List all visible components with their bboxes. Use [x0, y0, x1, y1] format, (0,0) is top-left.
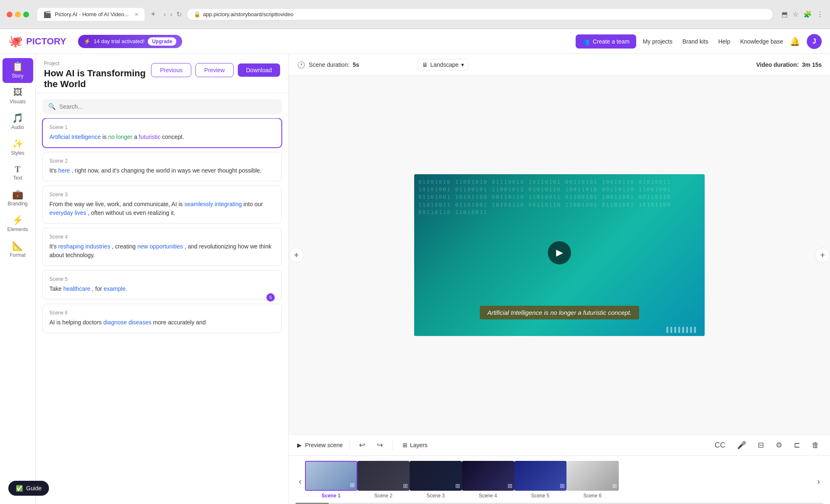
scene-1-text: Artificial Intelligence is no longer a f… [49, 133, 275, 141]
delete-button[interactable]: 🗑 [809, 439, 822, 451]
timeline-scene-5[interactable]: ⊞ Scene 5 [514, 461, 566, 502]
share-button[interactable]: ⊏ [791, 439, 803, 451]
mic-button[interactable]: 🎤 [735, 439, 749, 451]
extensions-icon[interactable]: 🧩 [803, 10, 812, 18]
redo-button[interactable]: ↪ [374, 439, 386, 451]
add-scene-left-button[interactable]: + [289, 248, 304, 263]
toolbar-divider-2 [392, 440, 393, 450]
url-bar[interactable]: 🔒 app.pictory.ai/storyboard/scripttovide… [187, 8, 773, 20]
thumb-1-layers-icon: ⊞ [350, 482, 355, 488]
timeline-scene-4[interactable]: ⊞ Scene 4 [462, 461, 514, 502]
new-tab-icon[interactable]: + [151, 10, 156, 19]
scene-5-word-2: healthcare [63, 285, 90, 292]
browser-actions: ⬒ ☆ 🧩 ⋮ [781, 10, 823, 18]
nav-my-projects[interactable]: My projects [643, 38, 673, 45]
nav-back-icon[interactable]: ‹ [164, 11, 166, 18]
translate-button[interactable]: ⊟ [755, 439, 767, 451]
project-title: How AI is Transforming the World [44, 68, 151, 90]
nav-brand-kits[interactable]: Brand kits [682, 38, 708, 45]
scene-card-4[interactable]: Scene 4 It's reshaping industries , crea… [42, 228, 282, 266]
captions-button[interactable]: CC [712, 439, 728, 451]
scene-4-word-1: It's [49, 243, 58, 250]
scene-1-label: Scene 1 [49, 124, 275, 130]
scene-card-3[interactable]: Scene 3 From the way we live, work, and … [42, 185, 282, 224]
play-button[interactable]: ▶ [548, 241, 571, 264]
notification-icon[interactable]: 🔔 [790, 37, 800, 46]
cast-icon[interactable]: ⬒ [781, 10, 788, 18]
logo-text: PICTORY [26, 36, 66, 47]
toolbar-divider-1 [349, 440, 350, 450]
nav-knowledge-base[interactable]: Knowledge base [740, 38, 783, 45]
timeline-scene-3[interactable]: ⊞ Scene 3 [410, 461, 462, 502]
sidebar-item-visuals[interactable]: 🖼 Visuals [2, 84, 33, 109]
maximize-dot[interactable] [23, 12, 29, 17]
text-icon: T [15, 165, 20, 173]
orientation-selector[interactable]: 🖥 Landscape ▾ [417, 59, 469, 71]
scene-4-text: It's reshaping industries , creating new… [49, 242, 275, 260]
browser-tab[interactable]: 🎬 Pictory.AI - Home of AI Video... ✕ [37, 8, 144, 21]
preview-button[interactable]: Preview [195, 63, 234, 77]
timeline-thumb-2: ⊞ [357, 461, 410, 491]
upgrade-button[interactable]: Upgrade [148, 37, 176, 46]
scene-5-word-4: example. [104, 285, 127, 292]
branding-icon: 💼 [12, 190, 23, 199]
preview-scene-label: Preview scene [305, 442, 343, 448]
star-icon[interactable]: ☆ [793, 10, 798, 18]
sidebar-item-text[interactable]: T Text [2, 161, 33, 185]
minimize-dot[interactable] [15, 12, 21, 17]
scene-6-word-1: AI is helping doctors [49, 319, 103, 326]
sidebar-visuals-label: Visuals [10, 99, 25, 105]
nav-forward-icon[interactable]: › [170, 11, 172, 18]
scene-card-6[interactable]: Scene 6 AI is helping doctors diagnose d… [42, 304, 282, 333]
sidebar-item-branding[interactable]: 💼 Branding [2, 186, 33, 211]
sidebar-branding-label: Branding [7, 201, 27, 207]
download-button[interactable]: Download [238, 63, 280, 77]
timeline-scene-2[interactable]: ⊞ Scene 2 [357, 461, 410, 502]
scene-card-5[interactable]: Scene 5 Take healthcare , for example. 5 [42, 270, 282, 299]
scene-duration: 🕐 Scene duration: 5s [297, 61, 359, 69]
guide-button[interactable]: ✅ Guide [8, 481, 49, 496]
previous-button[interactable]: Previous [151, 63, 191, 77]
scene-6-label: Scene 6 [49, 310, 275, 316]
scene-duration-label: Scene duration: [309, 61, 349, 68]
nav-help[interactable]: Help [718, 38, 730, 45]
sidebar-item-audio[interactable]: 🎵 Audio [2, 110, 33, 134]
search-input[interactable] [59, 103, 276, 110]
logo: 🐙 PICTORY [8, 34, 66, 48]
timeline-scene-1[interactable]: ⊞ Scene 1 [305, 461, 357, 502]
nav-refresh-icon[interactable]: ↻ [176, 10, 182, 18]
timeline-scene-6[interactable]: ⊞ Scene 6 [566, 461, 619, 502]
scene-card-2[interactable]: Scene 2 It's here , right now, and it's … [42, 152, 282, 181]
app: 🐙 PICTORY ⚡ 14 day trial activated! Upgr… [0, 29, 830, 504]
scene-1-word-5: futuristic [139, 134, 161, 140]
create-team-button[interactable]: 👥 Create a team [576, 34, 636, 49]
timeline-scene-3-label: Scene 3 [427, 493, 445, 502]
close-dot[interactable] [7, 12, 12, 17]
preview-scene-button[interactable]: ▶ Preview scene [297, 442, 343, 448]
undo-button[interactable]: ↩ [356, 439, 368, 451]
avatar[interactable]: J [807, 34, 822, 49]
timeline-next-arrow[interactable]: › [814, 475, 823, 488]
scene-3-word-4: everyday lives [49, 209, 86, 216]
browser-chrome: 🎬 Pictory.AI - Home of AI Video... ✕ + ‹… [0, 0, 830, 29]
sidebar-item-elements[interactable]: ⚡ Elements [2, 212, 33, 236]
tab-close-icon[interactable]: ✕ [134, 12, 139, 17]
scene-1-word-4: a [134, 134, 139, 140]
timeline-prev-arrow[interactable]: ‹ [295, 475, 305, 488]
landscape-icon: 🖥 [422, 61, 428, 68]
sidebar-item-format[interactable]: 📐 Format [2, 237, 33, 262]
scene-card-1[interactable]: Scene 1 Artificial Intelligence is no lo… [42, 118, 282, 148]
menu-icon[interactable]: ⋮ [817, 10, 823, 18]
search-icon: 🔍 [48, 103, 56, 110]
scene-4-label: Scene 4 [49, 234, 275, 240]
settings-button[interactable]: ⚙ [773, 439, 785, 451]
add-scene-right-button[interactable]: + [815, 248, 830, 263]
script-panel: Project How AI is Transforming the World… [36, 54, 289, 504]
sidebar-item-story[interactable]: 📋 Story [2, 58, 33, 83]
chevron-down-icon: ▾ [461, 61, 464, 68]
orientation-label: Landscape [430, 61, 459, 68]
scene-duration-value: 5s [353, 61, 359, 68]
sidebar-item-styles[interactable]: ✨ Styles [2, 135, 33, 160]
layers-button[interactable]: ⊞ Layers [399, 440, 431, 450]
thumb-5-layers-icon: ⊞ [560, 482, 565, 489]
